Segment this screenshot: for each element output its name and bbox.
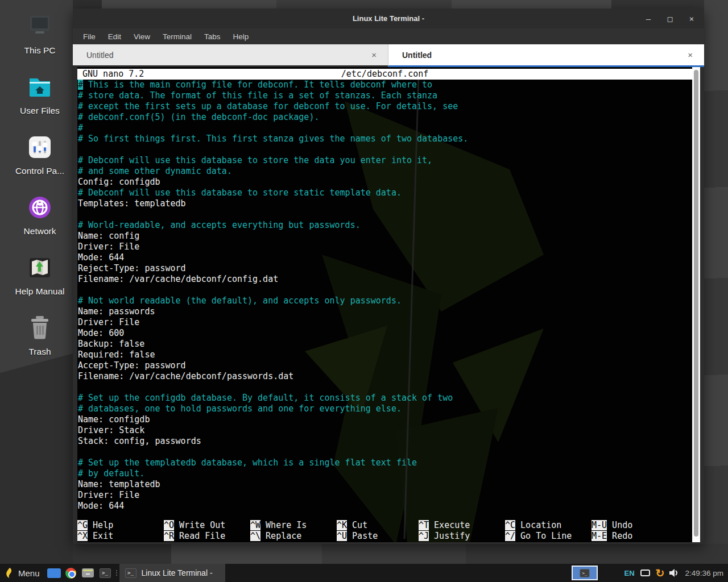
terminal-icon: >_ (580, 569, 590, 577)
terminal-line: Driver: File (78, 317, 692, 328)
maximize-button[interactable]: □ (665, 14, 675, 23)
tab-untitled-1[interactable]: Untitled × (73, 44, 388, 67)
terminal-scrollbar[interactable] (692, 67, 700, 542)
menu-terminal[interactable]: Terminal (163, 32, 192, 41)
close-button[interactable]: × (687, 14, 696, 23)
terminal-line: # Debconf will use this database to stor… (78, 188, 692, 198)
terminal-line: # Set up the templatedb database, which … (78, 458, 692, 468)
terminal-line (78, 144, 692, 155)
chrome-launcher[interactable] (63, 564, 80, 582)
file-manager-launcher[interactable] (80, 564, 97, 582)
terminal-line (78, 285, 692, 296)
workspace-pager[interactable]: >_ (572, 566, 598, 580)
menu-file[interactable]: File (83, 32, 96, 41)
nano-shortcut: ^U Paste (337, 531, 419, 542)
tab-bar: Untitled × Untitled × (73, 44, 704, 67)
control-panel-icon (26, 133, 54, 161)
terminal-line: # databases, one to hold passwords and o… (78, 404, 692, 414)
desktop-icon-label: Help Manual (15, 286, 64, 297)
terminal-line: # by default. (78, 468, 692, 479)
desktop-icon-help-manual[interactable]: Help Manual (5, 253, 75, 297)
wallpaper-facet (73, 544, 728, 564)
nano-shortcut: ^W Where Is (250, 520, 337, 531)
menu-edit[interactable]: Edit (108, 32, 121, 41)
nano-shortcut: ^C Location (505, 520, 592, 531)
scrollbar-thumb[interactable] (694, 70, 698, 537)
terminal-line: Driver: Stack (78, 425, 692, 436)
desktop-icon-column: This PC User Files (5, 13, 75, 357)
terminal-line: Filename: /var/cache/debconf/passwords.d… (78, 371, 692, 382)
terminal-screen[interactable]: GNU nano 7.2 /etc/debconf.conf # This is… (77, 67, 692, 542)
panel-grip-handle[interactable] (114, 564, 119, 582)
updates-icon[interactable]: ↻ (656, 568, 665, 579)
clock[interactable]: 2:49:36 pm (685, 569, 723, 577)
taskbar: Menu >_ >_ Linux Lite Terminal - >_ EN ↻ (0, 564, 728, 582)
volume-icon[interactable] (669, 568, 679, 577)
terminal-line: Name: templatedb (78, 479, 692, 490)
display-icon[interactable] (640, 569, 650, 576)
terminal-line: Stack: config, passwords (78, 436, 692, 447)
desktop-icon-label: User Files (20, 106, 60, 116)
task-button-label: Linux Lite Terminal - (142, 568, 213, 577)
nano-header: GNU nano 7.2 /etc/debconf.conf (77, 69, 692, 80)
nano-editor: GNU nano 7.2 /etc/debconf.conf # This is… (77, 67, 692, 542)
desktop-icon-label: Network (24, 226, 56, 236)
editor-text[interactable]: # This is the main config file for debco… (77, 80, 692, 520)
desktop-icon-network[interactable]: Network (5, 193, 75, 236)
terminal-line: Name: passwords (78, 306, 692, 317)
linux-lite-logo-icon (5, 567, 14, 579)
terminal-line: Driver: File (78, 242, 692, 252)
tab-untitled-2[interactable]: Untitled × (388, 44, 704, 67)
terminal-line: # except the first sets up a database fo… (78, 101, 692, 112)
desktop-icon-this-pc[interactable]: This PC (5, 13, 75, 56)
taskbar-window-button[interactable]: >_ Linux Lite Terminal - (119, 564, 225, 582)
desktop-icon-trash[interactable]: Trash (5, 314, 75, 357)
nano-shortcut: ^T Execute (419, 520, 505, 531)
folder-home-icon (26, 73, 54, 101)
menu-view[interactable]: View (134, 32, 150, 41)
terminal-line: # So first things first. This first stan… (78, 134, 692, 144)
terminal-line: Name: config (78, 231, 692, 242)
tab-close-icon[interactable]: × (368, 50, 380, 60)
keyboard-language-indicator[interactable]: EN (624, 569, 634, 577)
desktop-icon-label: Control Pa... (15, 166, 64, 176)
terminal-line: # debconf.conf(5) (in the debconf-doc pa… (78, 112, 692, 123)
terminal-line: Reject-Type: password (78, 263, 692, 274)
terminal-line: # Set up the configdb database. By defau… (78, 393, 692, 404)
window-title: Linux Lite Terminal - (73, 14, 704, 23)
tab-close-icon[interactable]: × (684, 50, 696, 60)
terminal-line (78, 447, 692, 458)
nano-shortcut: ^O Write Out (164, 520, 250, 531)
menu-bar: File Edit View Terminal Tabs Help (73, 28, 704, 44)
taskbar-right: >_ EN ↻ 2:49:36 pm (572, 564, 728, 582)
tab-label: Untitled (402, 51, 684, 60)
desktop: This PC User Files (0, 0, 728, 582)
terminal-line: Mode: 644 (78, 501, 692, 512)
terminal-line: # This is the main config file for debco… (78, 80, 692, 90)
terminal-area: GNU nano 7.2 /etc/debconf.conf # This is… (73, 67, 704, 544)
nano-shortcut: ^X Exit (77, 531, 164, 542)
chrome-icon (65, 568, 76, 579)
trash-icon (26, 314, 54, 342)
desktop-icon-label: Trash (28, 347, 51, 357)
desktop-icon-user-files[interactable]: User Files (5, 73, 75, 116)
menu-help[interactable]: Help (233, 32, 249, 41)
terminal-window: Linux Lite Terminal - – □ × File Edit Vi… (73, 9, 704, 544)
terminal-line: # Not world readable (the default), and … (78, 296, 692, 306)
menu-button[interactable]: Menu (0, 564, 46, 582)
terminal-icon: >_ (125, 568, 136, 578)
network-globe-icon (26, 193, 54, 222)
nano-shortcut-bar: ^G Help^O Write Out^W Where Is^K Cut^T E… (77, 520, 692, 542)
nano-shortcut: ^/ Go To Line (505, 531, 592, 542)
nano-shortcut: M-U Undo (592, 520, 692, 531)
window-buttons: – □ × (644, 9, 696, 28)
nano-shortcut: ^R Read File (164, 531, 250, 542)
show-desktop-button[interactable] (46, 564, 63, 582)
menu-tabs[interactable]: Tabs (204, 32, 221, 41)
desktop-icon-control-panel[interactable]: Control Pa... (5, 133, 75, 176)
terminal-line: Filename: /var/cache/debconf/config.dat (78, 274, 692, 285)
terminal-line: # Debconf will use this database to stor… (78, 155, 692, 166)
minimize-button[interactable]: – (644, 14, 653, 23)
window-titlebar[interactable]: Linux Lite Terminal - – □ × (73, 9, 704, 28)
terminal-launcher[interactable]: >_ (97, 564, 114, 582)
